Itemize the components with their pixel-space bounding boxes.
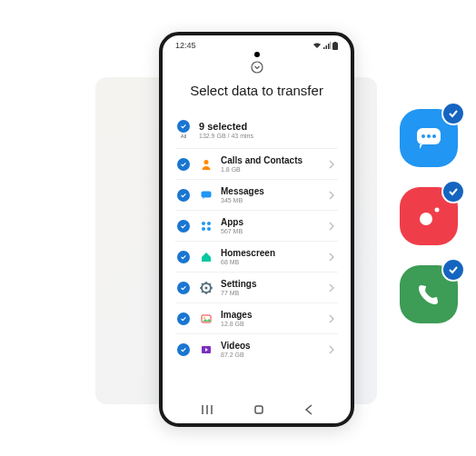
nav-back-button[interactable] bbox=[304, 404, 313, 415]
phone-frame: 12:45 Select data to transfer All 9 sele… bbox=[159, 32, 354, 427]
svg-point-5 bbox=[202, 222, 205, 225]
svg-point-2 bbox=[252, 62, 263, 73]
svg-point-7 bbox=[202, 227, 205, 231]
select-all-label: All bbox=[181, 134, 187, 139]
camera-app-icon bbox=[400, 187, 458, 245]
svg-point-17 bbox=[427, 134, 431, 138]
home-icon bbox=[199, 251, 213, 263]
data-row-images[interactable]: Images12.8 GB bbox=[175, 302, 338, 333]
side-app-icons bbox=[400, 109, 458, 323]
contacts-icon bbox=[199, 158, 213, 171]
check-badge-icon bbox=[441, 102, 465, 125]
data-row-messages[interactable]: Messages345 MB bbox=[175, 179, 338, 210]
chevron-right-icon bbox=[329, 283, 338, 292]
camera-notch bbox=[254, 52, 260, 57]
svg-point-8 bbox=[207, 227, 211, 231]
svg-rect-0 bbox=[334, 42, 337, 43]
row-label: Homescreen bbox=[221, 248, 322, 258]
row-sub: 77 MB bbox=[221, 290, 322, 296]
chevron-right-icon bbox=[329, 345, 338, 354]
row-label: Messages bbox=[221, 186, 322, 196]
row-sub: 68 MB bbox=[221, 259, 322, 265]
summary-subtitle: 132.9 GB / 43 mins bbox=[199, 133, 338, 139]
row-label: Images bbox=[221, 310, 322, 320]
select-all-check[interactable] bbox=[177, 120, 190, 133]
row-label: Apps bbox=[221, 217, 322, 227]
row-label: Settings bbox=[221, 279, 322, 289]
svg-rect-4 bbox=[202, 191, 212, 197]
selection-summary[interactable]: All 9 selected 132.9 GB / 43 mins bbox=[175, 114, 338, 148]
svg-point-16 bbox=[421, 134, 425, 138]
row-label: Videos bbox=[221, 341, 322, 351]
svg-point-18 bbox=[432, 134, 436, 138]
row-sub: 87.2 GB bbox=[221, 352, 322, 358]
row-sub: 345 MB bbox=[221, 197, 322, 203]
images-icon bbox=[199, 312, 213, 325]
check-icon[interactable] bbox=[177, 158, 190, 171]
expand-caret[interactable] bbox=[175, 61, 338, 77]
svg-point-19 bbox=[420, 213, 432, 225]
battery-icon bbox=[332, 42, 338, 50]
apps-icon bbox=[199, 220, 213, 233]
data-row-apps[interactable]: Apps567 MB bbox=[175, 210, 338, 241]
chevron-right-icon bbox=[329, 222, 338, 231]
row-sub: 12.8 GB bbox=[221, 321, 322, 327]
summary-title: 9 selected bbox=[199, 121, 338, 132]
svg-point-20 bbox=[435, 208, 440, 213]
svg-point-12 bbox=[203, 317, 205, 319]
check-icon[interactable] bbox=[177, 220, 190, 233]
gear-icon bbox=[199, 282, 213, 294]
row-sub: 1.8 GB bbox=[221, 166, 322, 173]
svg-point-6 bbox=[207, 222, 211, 225]
svg-point-10 bbox=[205, 286, 208, 289]
data-row-videos[interactable]: Videos87.2 GB bbox=[175, 333, 338, 364]
check-icon[interactable] bbox=[177, 251, 190, 263]
check-icon[interactable] bbox=[177, 189, 190, 202]
row-label: Calls and Contacts bbox=[221, 155, 322, 165]
chevron-right-icon bbox=[329, 160, 338, 169]
status-bar: 12:45 bbox=[163, 35, 351, 52]
svg-point-3 bbox=[204, 160, 209, 164]
status-time: 12:45 bbox=[175, 41, 196, 50]
messages-icon bbox=[199, 189, 213, 202]
check-badge-icon bbox=[441, 258, 465, 282]
wifi-icon bbox=[312, 42, 322, 49]
svg-rect-14 bbox=[255, 406, 263, 413]
check-icon[interactable] bbox=[177, 312, 190, 325]
check-icon[interactable] bbox=[177, 282, 190, 294]
data-row-homescreen[interactable]: Homescreen68 MB bbox=[175, 241, 338, 272]
data-row-settings[interactable]: Settings77 MB bbox=[175, 272, 338, 302]
videos-icon bbox=[199, 343, 213, 356]
signal-icon bbox=[323, 42, 331, 49]
messages-app-icon bbox=[400, 109, 458, 167]
nav-home-button[interactable] bbox=[253, 403, 265, 416]
status-indicators bbox=[312, 42, 338, 50]
phone-app-icon bbox=[400, 265, 458, 323]
nav-recent-button[interactable] bbox=[201, 404, 213, 415]
nav-bar bbox=[163, 396, 351, 423]
check-icon[interactable] bbox=[177, 343, 190, 356]
check-badge-icon bbox=[441, 180, 465, 203]
chevron-right-icon bbox=[329, 191, 338, 200]
data-row-calls[interactable]: Calls and Contacts1.8 GB bbox=[175, 148, 338, 179]
row-sub: 567 MB bbox=[221, 228, 322, 234]
svg-rect-1 bbox=[332, 43, 338, 50]
chevron-right-icon bbox=[329, 253, 338, 262]
chevron-right-icon bbox=[329, 314, 338, 323]
page-title: Select data to transfer bbox=[175, 83, 338, 98]
